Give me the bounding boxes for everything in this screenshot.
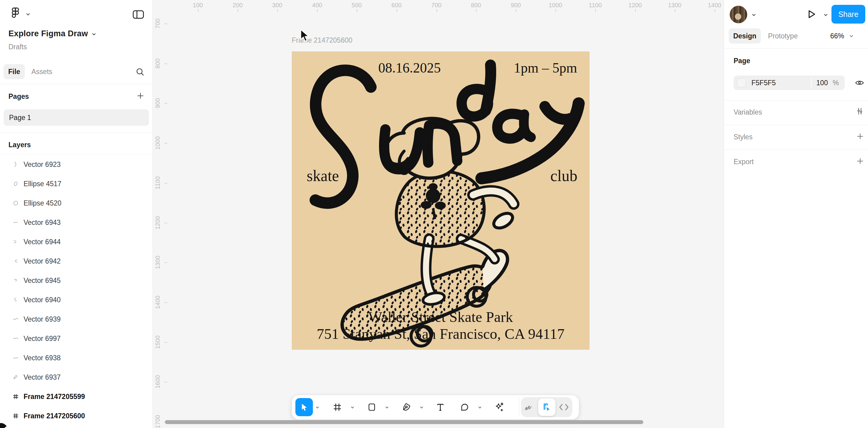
variables-section-header[interactable]: Variables bbox=[734, 108, 762, 116]
poster-address: 751 Stanyan St, San Francisco, CA 94117 bbox=[292, 325, 590, 342]
layer-row[interactable]: Ellipse 4520 bbox=[0, 194, 153, 213]
frame-icon bbox=[12, 412, 19, 420]
tab-prototype[interactable]: Prototype bbox=[768, 28, 798, 44]
layer-row[interactable]: Vector 6997 bbox=[0, 329, 153, 348]
layer-row[interactable]: Vector 6944 bbox=[0, 232, 153, 252]
canvas[interactable]: 100 200 300 400 500 600 700 800 900 1000… bbox=[153, 0, 724, 428]
tab-assets[interactable]: Assets bbox=[31, 64, 52, 79]
color-hex-value[interactable]: F5F5F5 bbox=[751, 79, 776, 87]
ruler-label: 1400 bbox=[154, 295, 161, 309]
ruler-label: 600 bbox=[392, 2, 401, 9]
layer-row[interactable]: Vector 6942 bbox=[0, 252, 153, 271]
comment-tool-button[interactable] bbox=[456, 398, 473, 416]
layer-row[interactable]: Frame 2147205599 bbox=[0, 387, 153, 406]
present-chevron-icon[interactable] bbox=[823, 11, 829, 18]
horizontal-scrollbar[interactable] bbox=[165, 420, 643, 424]
frame-icon bbox=[12, 393, 19, 400]
ruler-label: 1000 bbox=[154, 136, 161, 150]
styles-section-header[interactable]: Styles bbox=[734, 133, 753, 141]
add-export-icon[interactable] bbox=[856, 156, 865, 166]
layer-row[interactable]: Vector 6943 bbox=[0, 213, 153, 232]
page-item-page-1[interactable]: Page 1 bbox=[4, 109, 149, 126]
file-title[interactable]: Explore Figma Draw bbox=[8, 29, 88, 38]
layer-row[interactable]: Vector 6940 bbox=[0, 290, 153, 310]
actions-button[interactable] bbox=[490, 398, 508, 416]
search-icon[interactable] bbox=[135, 67, 145, 77]
shape-tool-button[interactable] bbox=[363, 398, 380, 416]
toolbar-divider bbox=[519, 397, 519, 417]
divider bbox=[0, 84, 153, 84]
layer-row[interactable]: Vector 6937 bbox=[0, 368, 153, 387]
vector-path-icon bbox=[12, 316, 19, 323]
color-swatch[interactable] bbox=[737, 78, 746, 87]
layer-row[interactable]: Vector 6945 bbox=[0, 271, 153, 290]
file-menu-chevron-icon[interactable] bbox=[25, 11, 31, 18]
layer-row[interactable]: Vector 6923 bbox=[0, 155, 153, 174]
poster-word-skate: skate bbox=[297, 167, 348, 185]
divider bbox=[724, 150, 868, 150]
collapse-sidebar-icon[interactable] bbox=[132, 10, 144, 19]
page-color-row[interactable]: F5F5F5 100 % bbox=[734, 76, 845, 90]
variables-sliders-icon[interactable] bbox=[855, 106, 865, 116]
divider bbox=[724, 125, 868, 125]
divider bbox=[724, 100, 868, 101]
frame-tool-button[interactable] bbox=[329, 398, 346, 416]
vector-path-icon bbox=[12, 219, 19, 226]
right-sidebar: Share Design Prototype 66% Page F5F5F5 1… bbox=[724, 0, 868, 428]
tab-design[interactable]: Design bbox=[729, 28, 761, 44]
ruler-label: 1400 bbox=[708, 2, 721, 9]
layer-row[interactable]: Frame 2147205600 bbox=[0, 406, 153, 426]
ruler-label: 1200 bbox=[154, 216, 161, 230]
vector-path-icon bbox=[12, 277, 19, 284]
avatar-chevron-icon[interactable] bbox=[750, 11, 757, 18]
tab-file[interactable]: File bbox=[4, 64, 25, 79]
text-tool-button[interactable] bbox=[432, 398, 449, 416]
layer-row[interactable]: Ellipse 4517 bbox=[0, 174, 153, 194]
vector-pen-icon bbox=[12, 374, 19, 381]
ruler-label: 1100 bbox=[154, 176, 161, 189]
poster-illustration bbox=[292, 51, 590, 350]
figma-logo-icon[interactable] bbox=[8, 6, 22, 20]
vector-path-icon bbox=[12, 335, 19, 342]
mouse-cursor bbox=[299, 29, 311, 44]
shape-tool-chevron-icon[interactable] bbox=[383, 404, 390, 411]
text-icon bbox=[435, 402, 445, 412]
opacity-value[interactable]: 100 bbox=[811, 79, 833, 87]
zoom-menu[interactable]: 66% bbox=[830, 28, 855, 44]
file-title-chevron-icon[interactable] bbox=[91, 31, 97, 37]
frame-tool-chevron-icon[interactable] bbox=[349, 404, 356, 411]
comment-tool-chevron-icon[interactable] bbox=[476, 404, 483, 411]
pen-icon bbox=[401, 402, 411, 412]
ruler-label: 1100 bbox=[589, 2, 601, 9]
add-page-icon[interactable] bbox=[136, 91, 145, 101]
visibility-eye-icon[interactable] bbox=[855, 78, 865, 88]
add-style-icon[interactable] bbox=[856, 132, 865, 141]
design-mode-button[interactable] bbox=[538, 398, 555, 416]
vector-path-icon bbox=[12, 296, 19, 304]
ruler-label: 300 bbox=[272, 2, 282, 9]
poster-venue: Waller Street Skate Park bbox=[292, 308, 590, 325]
pen-tool-chevron-icon[interactable] bbox=[418, 404, 425, 411]
draw-mode-icon[interactable] bbox=[523, 403, 534, 412]
ruler-label: 800 bbox=[154, 58, 161, 68]
zoom-level: 66% bbox=[830, 32, 844, 40]
share-button[interactable]: Share bbox=[832, 5, 865, 24]
poster-frame[interactable]: Sunday bbox=[292, 51, 590, 350]
layers-header: Layers bbox=[8, 141, 31, 149]
file-location[interactable]: Drafts bbox=[8, 43, 27, 51]
layer-row[interactable]: Vector 6939 bbox=[0, 310, 153, 329]
frame-icon bbox=[333, 402, 342, 412]
ruler-label: 1300 bbox=[154, 256, 161, 269]
move-tool-chevron-icon[interactable] bbox=[314, 404, 321, 411]
ruler-label: 900 bbox=[511, 2, 521, 9]
layer-row[interactable]: Vector 6938 bbox=[0, 348, 153, 368]
vector-path-icon bbox=[12, 354, 19, 362]
present-play-icon[interactable] bbox=[805, 8, 817, 21]
poster-time: 1pm – 5pm bbox=[500, 60, 591, 76]
export-section-header[interactable]: Export bbox=[734, 158, 753, 166]
avatar[interactable] bbox=[730, 6, 747, 23]
ruler-label: 400 bbox=[312, 2, 322, 9]
move-tool-button[interactable] bbox=[296, 398, 313, 416]
pen-tool-button[interactable] bbox=[398, 398, 415, 416]
dev-mode-code-icon[interactable] bbox=[558, 403, 569, 412]
